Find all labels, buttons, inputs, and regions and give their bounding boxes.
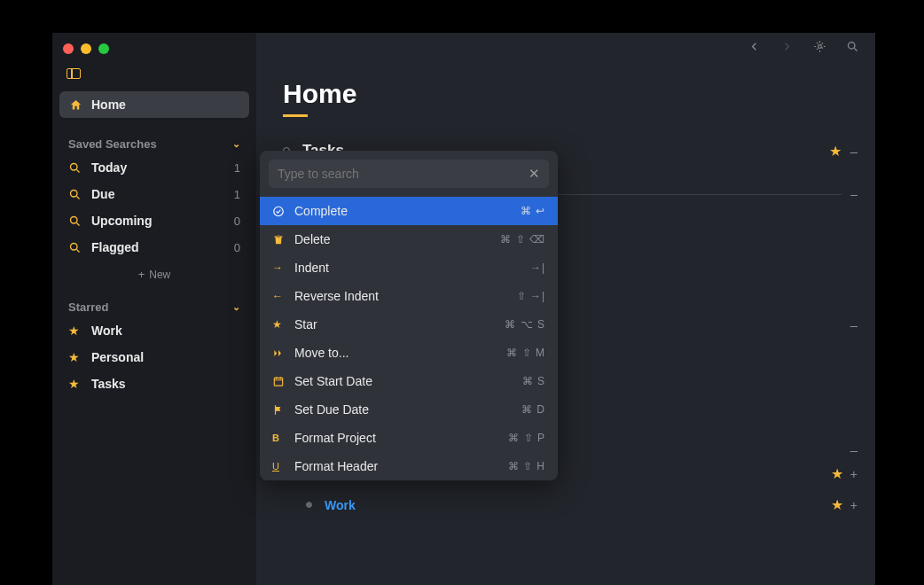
svg-point-0 [71,163,78,170]
starred-label: Personal [91,350,240,364]
saved-search-item[interactable]: Due1 [59,181,249,207]
check-icon [272,205,285,218]
close-window[interactable] [63,43,74,54]
sidebar-item-home[interactable]: Home [59,91,249,118]
back-button[interactable] [748,40,761,53]
chevron-down-icon: ⌄ [232,138,240,150]
palette-item-star[interactable]: ★Star⌘ ⌥ S [260,310,558,339]
search-label: Today [91,160,234,175]
palette-item-label: Move to... [294,346,506,360]
palette-item-shortcut: →| [530,261,545,274]
star-icon: ★ [68,377,82,391]
palette-item-label: Set Start Date [294,374,522,388]
palette-item-complete[interactable]: Complete⌘ ↩ [260,197,558,225]
palette-item-format-project[interactable]: BFormat Project⌘ ⇧ P [260,424,558,452]
add-button[interactable]: + [850,467,857,481]
link-row[interactable]: Work ★ + [283,489,857,520]
palette-item-indent[interactable]: →Indent→| [260,254,558,282]
saved-search-item[interactable]: Upcoming0 [59,207,249,234]
traffic-lights [63,43,109,54]
close-icon[interactable]: ✕ [529,166,540,182]
star-icon[interactable]: ★ [831,496,843,513]
saved-search-item[interactable]: Today1 [59,154,249,181]
palette-item-shortcut: ⇧ →| [517,290,545,302]
add-button[interactable]: + [850,498,857,512]
star-icon[interactable]: ★ [829,143,842,160]
search-count: 1 [234,188,240,201]
settings-button[interactable] [813,40,826,53]
collapse-button[interactable]: – [850,187,857,201]
new-label: New [149,269,170,281]
move-icon [272,347,285,360]
svg-point-1 [71,190,78,197]
arrow-r-icon: → [272,261,285,274]
palette-item-shortcut: ⌘ S [522,375,545,387]
palette-item-shortcut: ⌘ ↩ [521,205,545,217]
palette-search-input[interactable] [278,167,529,181]
b-icon: B [272,433,285,443]
starred-item[interactable]: ★Tasks [59,370,249,397]
collapse-button[interactable]: – [850,442,857,457]
search-label: Upcoming [91,214,234,228]
starred-label: Work [91,324,240,338]
svg-point-5 [849,43,856,50]
saved-searches-header[interactable]: Saved Searches ⌄ [59,137,249,154]
svg-point-3 [71,243,78,250]
bullet-icon [306,502,312,508]
palette-item-reverse-indent[interactable]: ←Reverse Indent⇧ →| [260,282,558,310]
search-icon [68,188,82,201]
palette-item-move-to-[interactable]: Move to...⌘ ⇧ M [260,339,558,367]
search-label: Flagged [91,240,234,254]
star-icon: ★ [272,318,285,331]
search-count: 0 [234,241,240,254]
starred-header[interactable]: Starred ⌄ [59,300,249,317]
star-icon: ★ [68,324,82,338]
palette-item-set-due-date[interactable]: Set Due Date⌘ D [260,395,558,424]
link-work[interactable]: Work [325,498,831,512]
palette-item-set-start-date[interactable]: Set Start Date⌘ S [260,367,558,395]
search-count: 1 [234,161,240,175]
palette-item-label: Format Project [294,431,508,445]
home-icon [68,98,82,112]
star-icon: ★ [68,350,82,364]
sidebar: Home Saved Searches ⌄ Today1Due1Upcoming… [52,33,256,585]
section-label: Starred [68,300,109,314]
starred-item[interactable]: ★Work [59,317,249,344]
saved-search-item[interactable]: Flagged0 [59,234,249,261]
star-icon[interactable]: ★ [831,465,843,482]
minimize-window[interactable] [81,43,91,54]
svg-point-2 [71,216,78,223]
palette-item-label: Reverse Indent [294,289,517,303]
collapse-button[interactable]: – [850,144,857,159]
command-palette: ✕ Complete⌘ ↩Delete⌘ ⇧ ⌫→Indent→|←Revers… [260,151,558,480]
starred-item[interactable]: ★Personal [59,344,249,370]
palette-item-label: Format Header [294,459,508,473]
collapse-button[interactable]: – [850,317,857,332]
forward-button[interactable] [780,40,794,53]
palette-item-delete[interactable]: Delete⌘ ⇧ ⌫ [260,225,558,254]
new-search-button[interactable]: + New [59,268,249,281]
sidebar-item-label: Home [91,98,126,112]
palette-item-shortcut: ⌘ ⇧ H [508,460,545,472]
palette-item-label: Indent [294,261,530,275]
arrow-l-icon: ← [272,290,285,302]
search-count: 0 [234,214,240,228]
palette-item-shortcut: ⌘ ⇧ M [506,347,545,359]
palette-item-label: Delete [294,232,500,246]
plus-icon: + [138,268,145,281]
starred-label: Tasks [91,377,240,391]
search-icon [68,161,82,175]
chevron-down-icon: ⌄ [232,301,240,313]
section-label: Saved Searches [68,137,157,151]
palette-item-format-header[interactable]: UFormat Header⌘ ⇧ H [260,452,558,480]
cal-icon [272,375,285,388]
search-button[interactable] [846,40,859,53]
palette-item-shortcut: ⌘ ⇧ P [508,432,545,444]
svg-point-6 [274,207,284,216]
search-icon [68,214,82,228]
maximize-window[interactable] [98,43,109,54]
palette-item-shortcut: ⌘ D [521,403,545,416]
trash-icon [272,233,285,246]
sidebar-toggle-icon[interactable] [67,68,81,79]
title-underline [283,114,308,117]
